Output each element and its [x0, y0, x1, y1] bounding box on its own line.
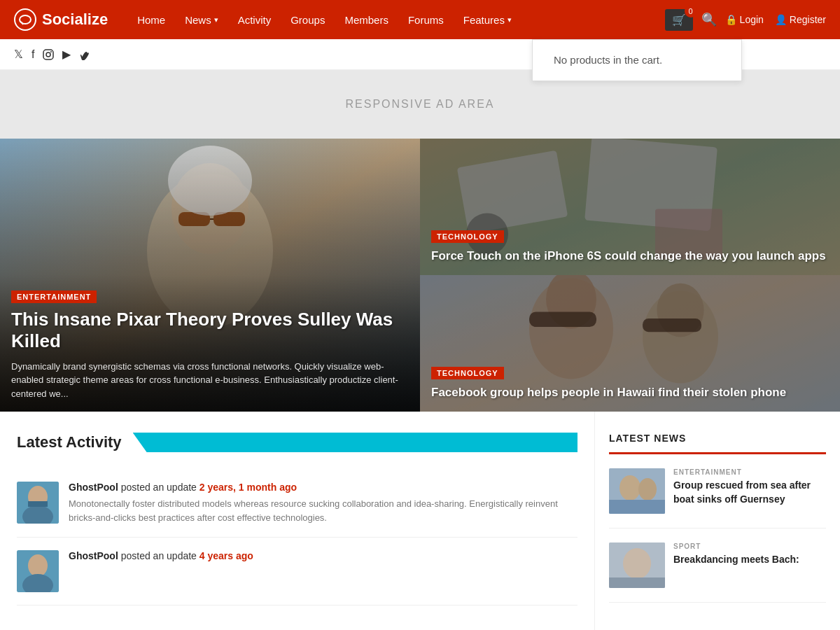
svg-point-35: [620, 475, 640, 500]
activity-time: 2 years, 1 month ago: [200, 482, 297, 493]
vimeo-icon[interactable]: [79, 48, 90, 61]
section-title-accent: [133, 433, 578, 452]
header-right: 🛒 0 🔍 🔒 Login 👤 Register: [665, 9, 826, 31]
activity-user: GhostPool: [69, 482, 118, 493]
article-excerpt-main: Dynamically brand synergistic schemas vi…: [11, 360, 409, 401]
youtube-icon[interactable]: ▶: [62, 48, 71, 61]
svg-rect-30: [28, 501, 48, 507]
nav-news[interactable]: News ▾: [176, 8, 227, 31]
article-overlay-main: ENTERTAINMENT This Insane Pixar Theory P…: [0, 279, 420, 412]
article-title-main: This Insane Pixar Theory Proves Sulley W…: [11, 309, 409, 352]
activity-user2: GhostPool: [69, 550, 118, 561]
register-link[interactable]: 👤 Register: [775, 14, 826, 25]
nav-home[interactable]: Home: [129, 8, 174, 31]
article-category-br: TECHNOLOGY: [431, 367, 504, 379]
instagram-icon[interactable]: [43, 48, 54, 61]
lock-icon: 🔒: [725, 14, 737, 25]
activity-action: posted an update: [121, 482, 197, 493]
avatar: [17, 482, 59, 524]
article-overlay-top-right: TECHNOLOGY Force Touch on the iPhone 6S …: [420, 218, 840, 275]
activity-item: GhostPool posted an update 4 years ago: [17, 538, 578, 606]
svg-point-39: [623, 548, 651, 579]
main-nav: Home News ▾ Activity Groups Members Foru…: [129, 8, 664, 31]
ad-label: RESPONSIVE AD AREA: [346, 98, 495, 110]
nav-members[interactable]: Members: [336, 8, 397, 31]
news-item-title: Group rescued from sea after boat sinks …: [673, 479, 826, 506]
news-item[interactable]: SPORT Breakdancing meets Bach:: [609, 542, 826, 603]
news-item-category: ENTERTAINMENT: [673, 468, 826, 476]
article-category-main: ENTERTAINMENT: [11, 290, 97, 303]
news-thumb: [609, 542, 665, 588]
news-thumb: [609, 468, 665, 514]
featured-grid: ENTERTAINMENT This Insane Pixar Theory P…: [0, 139, 840, 412]
cart-button[interactable]: 🛒 0: [665, 9, 693, 31]
news-thumb-image: [609, 542, 665, 588]
activity-meta: GhostPool posted an update 2 years, 1 mo…: [69, 482, 578, 493]
activity-action2: posted an update: [121, 550, 197, 561]
activity-time2: 4 years ago: [200, 550, 253, 561]
svg-point-7: [172, 163, 248, 254]
featured-article-top-right[interactable]: TECHNOLOGY Force Touch on the iPhone 6S …: [420, 139, 840, 275]
header: Socialize Home News ▾ Activity Groups Me…: [0, 0, 840, 39]
svg-point-3: [46, 52, 50, 57]
cart-dropdown: No products in the cart.: [532, 39, 742, 81]
facebook-icon[interactable]: f: [31, 48, 34, 61]
search-button[interactable]: 🔍: [701, 12, 717, 27]
news-item-category: SPORT: [673, 542, 826, 550]
cart-badge: 0: [685, 5, 697, 18]
logo[interactable]: Socialize: [14, 8, 108, 31]
svg-rect-25: [643, 318, 701, 332]
avatar: [17, 550, 59, 592]
lower-content: Latest Activity GhostPool posted an upda…: [0, 412, 840, 630]
header-auth: 🔒 Login 👤 Register: [725, 14, 826, 25]
login-link[interactable]: 🔒 Login: [725, 14, 764, 25]
svg-point-21: [546, 275, 596, 329]
svg-rect-40: [609, 578, 665, 588]
latest-activity-section: Latest Activity GhostPool posted an upda…: [0, 412, 595, 630]
logo-text: Socialize: [42, 10, 108, 29]
svg-point-36: [638, 478, 657, 500]
activity-text: Monotonectally foster distributed models…: [69, 497, 578, 524]
news-thumb-image: [609, 468, 665, 514]
svg-point-32: [28, 554, 48, 577]
register-icon: 👤: [775, 14, 787, 25]
featured-article-bottom-right[interactable]: TECHNOLOGY Facebook group helps people i…: [420, 275, 840, 412]
svg-point-4: [50, 51, 52, 52]
article-category-tr: TECHNOLOGY: [431, 230, 504, 243]
svg-rect-15: [584, 139, 718, 231]
news-item-content: ENTERTAINMENT Group rescued from sea aft…: [673, 468, 826, 514]
svg-line-1: [21, 22, 23, 24]
cart-empty-message: No products in the cart.: [554, 54, 662, 66]
latest-activity-title: Latest Activity: [17, 433, 122, 451]
svg-rect-9: [214, 212, 245, 226]
nav-groups[interactable]: Groups: [282, 8, 333, 31]
news-item[interactable]: ENTERTAINMENT Group rescued from sea aft…: [609, 468, 826, 528]
nav-forums[interactable]: Forums: [400, 8, 452, 31]
article-overlay-bottom-right: TECHNOLOGY Facebook group helps people i…: [420, 355, 840, 412]
news-dropdown-icon: ▾: [214, 15, 218, 24]
activity-meta: GhostPool posted an update 4 years ago: [69, 550, 578, 561]
activity-content: GhostPool posted an update 4 years ago: [69, 550, 578, 566]
logo-icon: [14, 8, 36, 31]
svg-rect-37: [609, 500, 665, 514]
svg-rect-24: [529, 312, 596, 328]
article-title-br: Facebook group helps people in Hawaii fi…: [431, 385, 829, 400]
latest-news-section: LATEST NEWS ENTERTAINMENT Group rescued …: [595, 412, 840, 630]
features-dropdown-icon: ▾: [507, 15, 512, 24]
svg-point-11: [168, 146, 252, 216]
activity-item: GhostPool posted an update 2 years, 1 mo…: [17, 469, 578, 538]
news-item-title: Breakdancing meets Bach:: [673, 553, 826, 567]
section-title-bar: Latest Activity: [17, 433, 578, 452]
news-item-content: SPORT Breakdancing meets Bach:: [673, 542, 826, 588]
activity-content: GhostPool posted an update 2 years, 1 mo…: [69, 482, 578, 524]
latest-news-title: LATEST NEWS: [609, 433, 826, 454]
svg-point-23: [657, 284, 704, 337]
nav-features[interactable]: Features ▾: [455, 8, 520, 31]
article-title-tr: Force Touch on the iPhone 6S could chang…: [431, 248, 829, 264]
nav-activity[interactable]: Activity: [230, 8, 280, 31]
svg-rect-8: [178, 212, 210, 226]
featured-article-main[interactable]: ENTERTAINMENT This Insane Pixar Theory P…: [0, 139, 420, 412]
svg-rect-2: [43, 50, 53, 59]
twitter-icon[interactable]: 𝕏: [14, 48, 23, 61]
